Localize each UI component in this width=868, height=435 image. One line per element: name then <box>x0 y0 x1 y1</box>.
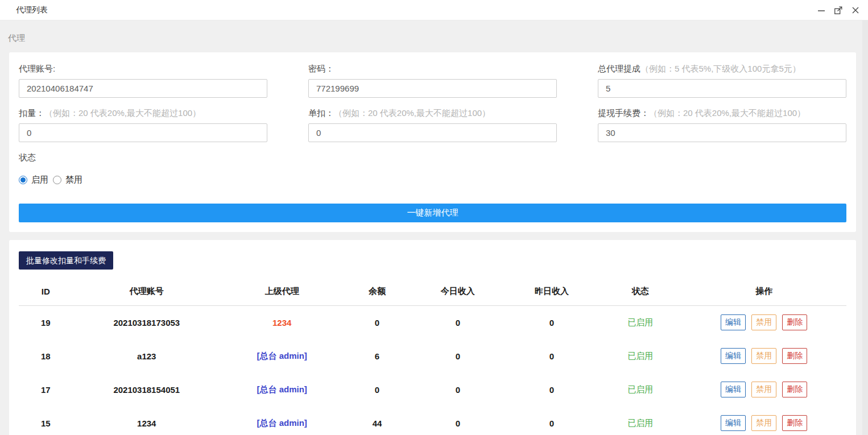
cell-agent-account: a123 <box>73 339 221 373</box>
edit-button[interactable]: 编辑 <box>721 415 746 431</box>
status-badge: 已启用 <box>599 407 682 435</box>
radio-enable[interactable]: 启用 <box>19 175 48 185</box>
agent-table: ID代理账号上级代理余额今日收入昨日收入状态操作 19 202103181730… <box>19 279 846 435</box>
cell-actions: 编辑 禁用 删除 <box>681 339 846 373</box>
field-agent-account: 代理账号: <box>19 64 267 98</box>
cell-agent-account: 20210318173053 <box>73 306 221 339</box>
radio-disable-circle[interactable] <box>53 176 61 184</box>
status-badge: 已启用 <box>599 306 682 339</box>
radio-disable[interactable]: 禁用 <box>53 175 82 185</box>
delete-button[interactable]: 删除 <box>782 415 807 431</box>
cell-balance: 0 <box>343 373 411 407</box>
agent-form-card: 代理账号: 密码： 总代理提成（例如：5 代表5%,下级收入100元拿5元） 扣… <box>9 52 856 232</box>
radio-enable-label: 启用 <box>31 175 48 185</box>
cell-actions: 编辑 禁用 删除 <box>681 373 846 407</box>
cell-today-income: 0 <box>411 373 505 407</box>
delete-button[interactable]: 删除 <box>782 314 807 330</box>
parent-agent-link[interactable]: [总台 admin] <box>221 407 343 435</box>
close-button[interactable] <box>849 3 862 17</box>
field-general-commission: 总代理提成（例如：5 代表5%,下级收入100元拿5元） <box>598 64 846 98</box>
cell-yesterday-income: 0 <box>505 373 599 407</box>
column-header: ID <box>19 279 73 306</box>
table-row: 19 20210318173053 1234 0 0 0 已启用 编辑 禁用 删… <box>19 306 846 339</box>
cell-balance: 44 <box>343 407 411 435</box>
edit-button[interactable]: 编辑 <box>721 382 746 397</box>
edit-button[interactable]: 编辑 <box>721 314 746 330</box>
agent-form: 代理账号: 密码： 总代理提成（例如：5 代表5%,下级收入100元拿5元） 扣… <box>19 64 846 153</box>
minimize-icon <box>817 6 825 14</box>
delete-button[interactable]: 删除 <box>782 382 807 397</box>
cell-actions: 编辑 禁用 删除 <box>681 306 846 339</box>
cell-yesterday-income: 0 <box>505 407 599 435</box>
maximize-icon <box>834 6 843 15</box>
single-deduction-label: 单扣：（例如：20 代表20%,最大不能超过100） <box>308 109 557 118</box>
field-single-deduction: 单扣：（例如：20 代表20%,最大不能超过100） <box>308 109 557 142</box>
deduction-label: 扣量：（例如：20 代表20%,最大不能超过100） <box>19 109 267 118</box>
status-label: 状态 <box>19 153 846 162</box>
agent-account-input[interactable] <box>19 79 267 98</box>
parent-agent-link[interactable]: [总台 admin] <box>221 373 343 407</box>
agent-table-card: 批量修改扣量和手续费 ID代理账号上级代理余额今日收入昨日收入状态操作 19 2… <box>9 240 856 435</box>
cell-today-income: 0 <box>411 306 505 339</box>
withdraw-fee-input[interactable] <box>598 123 846 142</box>
window-title: 代理列表 <box>16 5 48 15</box>
cell-id: 17 <box>19 373 73 407</box>
cell-today-income: 0 <box>411 339 505 373</box>
status-badge: 已启用 <box>599 339 682 373</box>
scrollbar-track[interactable] <box>862 20 868 435</box>
column-header: 昨日收入 <box>505 279 599 306</box>
delete-button[interactable]: 删除 <box>782 348 807 364</box>
cell-balance: 6 <box>343 339 411 373</box>
column-header: 代理账号 <box>73 279 221 306</box>
cell-id: 15 <box>19 407 73 435</box>
column-header: 状态 <box>599 279 682 306</box>
cell-id: 18 <box>19 339 73 373</box>
edit-button[interactable]: 编辑 <box>721 348 746 364</box>
status-badge: 已启用 <box>599 373 682 407</box>
batch-modify-button[interactable]: 批量修改扣量和手续费 <box>19 251 113 270</box>
password-input[interactable] <box>308 79 557 98</box>
general-commission-input[interactable] <box>598 79 846 98</box>
field-password: 密码： <box>308 64 557 98</box>
cell-agent-account: 20210318154051 <box>73 373 221 407</box>
close-icon <box>852 6 859 14</box>
page-section-title: 代理 <box>0 20 868 52</box>
field-deduction: 扣量：（例如：20 代表20%,最大不能超过100） <box>19 109 267 142</box>
radio-disable-label: 禁用 <box>65 175 82 185</box>
disable-button[interactable]: 禁用 <box>751 348 776 364</box>
column-header: 今日收入 <box>411 279 505 306</box>
radio-enable-circle[interactable] <box>19 176 27 184</box>
parent-agent-link[interactable]: 1234 <box>221 306 343 339</box>
table-header-row: ID代理账号上级代理余额今日收入昨日收入状态操作 <box>19 279 846 306</box>
window-titlebar: 代理列表 <box>0 0 868 20</box>
table-row: 17 20210318154051 [总台 admin] 0 0 0 已启用 编… <box>19 373 846 407</box>
table-row: 15 1234 [总台 admin] 44 0 0 已启用 编辑 禁用 删除 <box>19 407 846 435</box>
disable-button[interactable]: 禁用 <box>751 415 776 431</box>
disable-button[interactable]: 禁用 <box>751 382 776 397</box>
cell-yesterday-income: 0 <box>505 306 599 339</box>
password-label: 密码： <box>308 64 557 73</box>
cell-yesterday-income: 0 <box>505 339 599 373</box>
column-header: 上级代理 <box>221 279 343 306</box>
window-controls <box>811 3 862 17</box>
single-deduction-input[interactable] <box>308 123 557 142</box>
deduction-input[interactable] <box>19 123 267 142</box>
agent-account-label: 代理账号: <box>19 64 267 73</box>
status-radio-group: 启用 禁用 <box>19 175 846 185</box>
add-agent-button[interactable]: 一键新增代理 <box>19 204 846 222</box>
parent-agent-link[interactable]: [总台 admin] <box>221 339 343 373</box>
cell-balance: 0 <box>343 306 411 339</box>
table-row: 18 a123 [总台 admin] 6 0 0 已启用 编辑 禁用 删除 <box>19 339 846 373</box>
column-header: 操作 <box>681 279 846 306</box>
general-commission-label: 总代理提成（例如：5 代表5%,下级收入100元拿5元） <box>598 64 846 73</box>
cell-agent-account: 1234 <box>73 407 221 435</box>
maximize-button[interactable] <box>832 3 845 17</box>
field-withdraw-fee: 提现手续费：（例如：20 代表20%,最大不能超过100） <box>598 109 846 142</box>
minimize-button[interactable] <box>815 3 828 17</box>
column-header: 余额 <box>343 279 411 306</box>
cell-id: 19 <box>19 306 73 339</box>
cell-actions: 编辑 禁用 删除 <box>681 407 846 435</box>
withdraw-fee-label: 提现手续费：（例如：20 代表20%,最大不能超过100） <box>598 109 846 118</box>
cell-today-income: 0 <box>411 407 505 435</box>
disable-button[interactable]: 禁用 <box>751 314 776 330</box>
